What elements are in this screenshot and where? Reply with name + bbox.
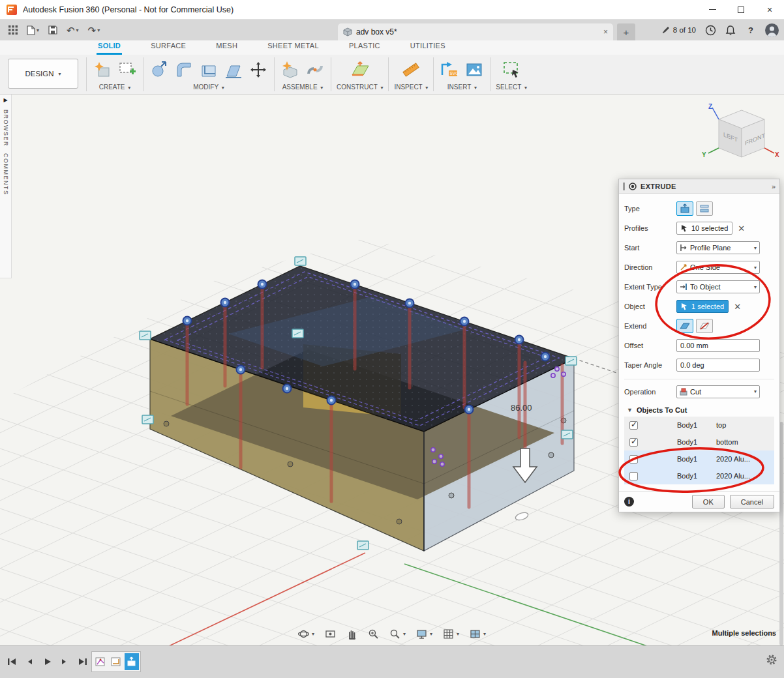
pan-button[interactable]: [344, 626, 359, 641]
extent-type-dropdown[interactable]: To Object ▾: [676, 280, 760, 293]
browser-panel-tab[interactable]: BROWSER: [3, 110, 9, 147]
model-canvas[interactable]: 86.00 ▶ BROWSER COMMENTS LEFT FRONT Z X …: [0, 95, 784, 645]
row-taper: Taper Angle: [624, 355, 774, 375]
redo-button[interactable]: ↷ ▾: [85, 23, 104, 37]
profiles-selection-box[interactable]: 10 selected: [676, 222, 732, 235]
fillet-button[interactable]: [173, 59, 194, 80]
look-at-button[interactable]: [323, 626, 338, 641]
close-button[interactable]: ×: [755, 0, 784, 20]
file-menu-button[interactable]: ▾: [23, 23, 42, 37]
cut-checkbox[interactable]: [629, 472, 638, 480]
timeline-settings-button[interactable]: [766, 654, 777, 668]
extend-none-button[interactable]: [696, 319, 713, 333]
insert-canvas-button[interactable]: [464, 59, 485, 80]
timeline-sketch-feature[interactable]: [93, 653, 108, 670]
operation-dropdown[interactable]: Cut ▾: [676, 385, 760, 398]
cut-checkbox[interactable]: [629, 455, 638, 464]
orbit-button[interactable]: ▾: [296, 626, 316, 641]
tab-solid[interactable]: SOLID: [97, 42, 122, 55]
grid-settings-button[interactable]: ▾: [441, 626, 461, 641]
construct-plane-button[interactable]: [350, 59, 370, 80]
offset-input[interactable]: [676, 339, 760, 352]
type-thin-extrude-button[interactable]: [696, 201, 713, 216]
tab-plastic[interactable]: PLASTIC: [348, 42, 382, 55]
version-counter[interactable]: 8 of 10: [661, 25, 696, 35]
fit-button[interactable]: ▾: [387, 626, 408, 641]
measure-button[interactable]: [400, 59, 421, 80]
insert-menu-label[interactable]: INSERT ▾: [447, 83, 477, 91]
create-menu-label[interactable]: CREATE ▾: [99, 83, 131, 91]
cut-row-alu-1[interactable]: Body1 2020 Alu...: [624, 450, 774, 467]
joint-button[interactable]: [305, 59, 325, 80]
inspect-menu-label[interactable]: INSPECT ▾: [394, 83, 428, 91]
expand-panel-icon[interactable]: ▶: [3, 97, 7, 103]
modify-menu-label[interactable]: MODIFY ▾: [193, 83, 224, 91]
step-forward-button[interactable]: [58, 654, 71, 670]
document-tab[interactable]: adv box v5* ×: [338, 23, 613, 40]
object-selection-box[interactable]: 1 selected: [676, 300, 729, 313]
extrude-dimension-label[interactable]: 86.00: [511, 403, 532, 413]
move-copy-button[interactable]: [248, 59, 269, 80]
assemble-menu-label[interactable]: ASSEMBLE ▾: [282, 83, 324, 91]
app-grid-button[interactable]: [5, 23, 21, 37]
tab-utilities[interactable]: UTILITIES: [409, 42, 447, 55]
new-solid-button[interactable]: [92, 59, 113, 80]
cut-row-bottom[interactable]: Body1 bottom: [624, 434, 774, 450]
tab-close-icon[interactable]: ×: [603, 27, 608, 37]
objects-to-cut-header[interactable]: ▼ Objects To Cut: [626, 406, 774, 414]
extend-faces-button[interactable]: [676, 319, 693, 333]
press-pull-button[interactable]: [149, 59, 170, 80]
shell-button[interactable]: [198, 59, 219, 80]
insert-svg-button[interactable]: SVG: [439, 59, 460, 80]
minimize-button[interactable]: [698, 0, 727, 20]
clock-icon[interactable]: [705, 25, 716, 36]
body-name: Body1: [643, 421, 702, 429]
cancel-button[interactable]: Cancel: [730, 495, 774, 508]
direction-dropdown[interactable]: One Side ▾: [676, 261, 760, 274]
taper-angle-input[interactable]: [676, 359, 760, 372]
start-dropdown[interactable]: Profile Plane ▾: [676, 241, 760, 254]
row-direction: Direction One Side ▾: [624, 258, 774, 277]
design-workspace-dropdown[interactable]: DESIGN ▾: [8, 59, 78, 89]
zoom-button[interactable]: [366, 626, 381, 641]
tab-mesh[interactable]: MESH: [215, 42, 239, 55]
view-cube[interactable]: LEFT FRONT Z X Y: [699, 102, 781, 168]
new-component-button[interactable]: [280, 59, 301, 80]
select-button[interactable]: [501, 59, 522, 80]
step-back-button[interactable]: [23, 654, 36, 670]
go-to-end-button[interactable]: [76, 654, 89, 670]
timeline-extrude-feature-selected[interactable]: [125, 653, 139, 670]
viewports-button[interactable]: ▾: [468, 626, 488, 641]
info-icon[interactable]: i: [624, 497, 634, 507]
undo-button[interactable]: ↶ ▾: [63, 23, 82, 37]
pin-panel-icon[interactable]: »: [772, 183, 776, 190]
draft-button[interactable]: [223, 59, 244, 80]
select-menu-label[interactable]: SELECT ▾: [496, 83, 527, 91]
clear-profiles-icon[interactable]: ✕: [738, 224, 745, 233]
play-button[interactable]: [40, 654, 53, 670]
cut-row-top[interactable]: Body1 top: [624, 417, 774, 434]
tab-surface[interactable]: SURFACE: [149, 42, 187, 55]
cut-checkbox[interactable]: [629, 438, 638, 447]
new-tab-button[interactable]: +: [617, 23, 635, 40]
extrude-dialog-header[interactable]: EXTRUDE »: [619, 179, 779, 194]
ok-button[interactable]: OK: [692, 495, 725, 508]
comments-panel-tab[interactable]: COMMENTS: [3, 153, 9, 196]
help-icon[interactable]: ?: [745, 25, 756, 36]
rotate-manipulator-handle[interactable]: [515, 511, 529, 522]
type-extrude-button[interactable]: [676, 201, 693, 216]
cut-row-alu-2[interactable]: Body1 2020 Alu...: [624, 467, 774, 484]
avatar[interactable]: [765, 23, 779, 37]
timeline-sketch-feature-2[interactable]: [109, 653, 123, 670]
drag-grip-icon[interactable]: [623, 183, 625, 190]
notifications-bell-icon[interactable]: [725, 25, 736, 36]
display-settings-button[interactable]: ▾: [414, 626, 434, 641]
create-sketch-button[interactable]: [117, 59, 138, 80]
construct-menu-label[interactable]: CONSTRUCT ▾: [337, 83, 383, 91]
tab-sheet-metal[interactable]: SHEET METAL: [266, 42, 320, 55]
go-to-start-button[interactable]: [5, 654, 18, 670]
save-button[interactable]: [45, 23, 61, 37]
maximize-button[interactable]: [727, 0, 755, 20]
clear-object-icon[interactable]: ✕: [734, 302, 741, 312]
cut-checkbox[interactable]: [629, 421, 638, 430]
